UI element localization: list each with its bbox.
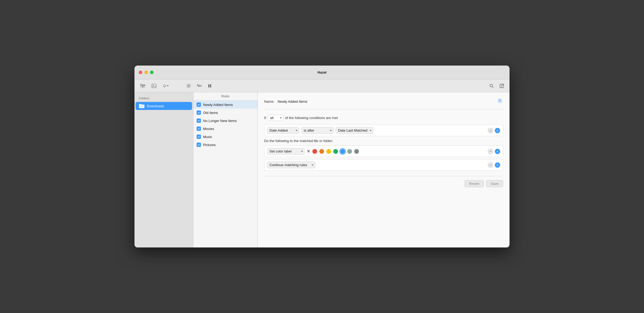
emoji-dropdown-button[interactable]: ☺ bbox=[161, 82, 170, 89]
revert-button[interactable]: Revert bbox=[465, 180, 484, 187]
add-continue-action-button[interactable]: + bbox=[495, 162, 500, 168]
titlebar: Hazel bbox=[134, 66, 510, 79]
conditions-suffix: of the following conditions are met bbox=[285, 116, 338, 120]
rule-item-newly-added[interactable]: Newly Added Items bbox=[193, 101, 257, 109]
maximize-button[interactable] bbox=[150, 71, 153, 74]
folder-icon bbox=[139, 104, 145, 108]
app-window: Hazel ☺ bbox=[134, 66, 510, 247]
toolbar: ☺ bbox=[134, 79, 510, 92]
color-green-dot[interactable] bbox=[333, 149, 338, 154]
condition-block: Date Added Date Modified Name Extension … bbox=[264, 125, 503, 136]
rule-item-pictures[interactable]: Pictures bbox=[193, 141, 257, 149]
detail-panel: Name: If all any none of the following bbox=[258, 92, 510, 247]
add-color-action-button[interactable]: + bbox=[495, 149, 500, 154]
rules-panel: Rules Newly Added Items Old Items bbox=[193, 92, 258, 247]
search-button[interactable] bbox=[488, 82, 495, 89]
svg-rect-4 bbox=[210, 84, 211, 87]
pause-button[interactable] bbox=[206, 82, 213, 89]
color-red-dot[interactable] bbox=[312, 149, 317, 154]
rule-item-movies[interactable]: Movies bbox=[193, 125, 257, 133]
color-action-btn-row: − + bbox=[488, 149, 500, 154]
rule-label-newly-added: Newly Added Items bbox=[203, 103, 233, 107]
conditions-prefix: If bbox=[264, 116, 266, 120]
action-block-continue: Continue matching rules Stop processing … bbox=[264, 159, 503, 171]
rule-checkbox-old-items[interactable] bbox=[197, 110, 201, 115]
add-folder-button[interactable] bbox=[139, 82, 147, 90]
continue-action-btn-row: − + bbox=[488, 162, 500, 168]
name-row: Name: bbox=[264, 98, 503, 109]
color-blue-dot[interactable] bbox=[340, 149, 345, 154]
activity-button[interactable] bbox=[196, 82, 203, 90]
rule-label-music: Music bbox=[203, 135, 212, 139]
remove-continue-action-button[interactable]: − bbox=[488, 162, 493, 168]
color-yellow-dot[interactable] bbox=[326, 149, 331, 154]
conditions-row: If all any none of the following conditi… bbox=[264, 115, 503, 121]
actions-label: Do the following to the matched file or … bbox=[264, 139, 503, 143]
rule-checkbox-no-longer-new[interactable] bbox=[197, 119, 201, 123]
sidebar: Folders Downloads bbox=[134, 92, 193, 247]
color-orange-dot[interactable] bbox=[319, 149, 324, 154]
traffic-lights bbox=[139, 71, 153, 74]
svg-rect-3 bbox=[208, 84, 209, 87]
sidebar-item-label: Downloads bbox=[147, 104, 164, 108]
remove-condition-button[interactable]: − bbox=[488, 128, 493, 133]
save-button[interactable]: Save bbox=[486, 180, 503, 187]
add-condition-button[interactable]: + bbox=[495, 128, 500, 133]
condition-value-select[interactable]: Date Last Matched Today Yesterday bbox=[336, 127, 373, 134]
window-title: Hazel bbox=[317, 70, 327, 74]
svg-rect-8 bbox=[498, 99, 502, 103]
condition-operator-select[interactable]: is after is before is bbox=[301, 127, 334, 134]
close-button[interactable] bbox=[139, 71, 142, 74]
condition-btn-row: − + bbox=[488, 128, 500, 133]
sidebar-item-downloads[interactable]: Downloads bbox=[136, 102, 192, 110]
minimize-button[interactable] bbox=[144, 71, 148, 74]
conditions-operator-select[interactable]: all any none bbox=[268, 115, 283, 121]
action-block-color: Set color label Move Copy Rename Delete … bbox=[264, 146, 503, 157]
rules-header: Rules bbox=[193, 92, 257, 101]
color-darkgray-dot[interactable] bbox=[354, 149, 359, 154]
name-input[interactable] bbox=[278, 100, 493, 104]
rule-checkbox-movies[interactable] bbox=[197, 127, 201, 131]
rule-item-music[interactable]: Music bbox=[193, 133, 257, 141]
color-gray-dot[interactable] bbox=[347, 149, 352, 154]
remove-color-action-button[interactable]: − bbox=[488, 149, 493, 154]
export-button[interactable] bbox=[498, 82, 505, 89]
sidebar-header: Folders bbox=[134, 96, 193, 102]
name-note-button[interactable] bbox=[497, 98, 503, 105]
main-content: Folders Downloads Rules bbox=[134, 92, 510, 247]
rule-label-old-items: Old Items bbox=[203, 111, 218, 115]
svg-point-2 bbox=[188, 85, 189, 87]
rule-checkbox-music[interactable] bbox=[197, 135, 201, 139]
name-label: Name: bbox=[264, 100, 274, 104]
rule-label-pictures: Pictures bbox=[203, 143, 216, 147]
rule-item-old-items[interactable]: Old Items bbox=[193, 109, 257, 117]
condition-field-select[interactable]: Date Added Date Modified Name Extension … bbox=[267, 127, 299, 134]
footer-row: Revert Save bbox=[264, 176, 503, 187]
rule-item-no-longer-new[interactable]: No Longer New Items bbox=[193, 117, 257, 125]
rule-label-no-longer-new: No Longer New Items bbox=[203, 119, 237, 123]
action-type-select[interactable]: Set color label Move Copy Rename Delete bbox=[267, 148, 305, 155]
settings-button[interactable] bbox=[185, 82, 192, 90]
rule-checkbox-pictures[interactable] bbox=[197, 143, 201, 147]
continue-action-select[interactable]: Continue matching rules Stop processing … bbox=[267, 162, 315, 168]
svg-point-5 bbox=[490, 84, 493, 87]
svg-rect-6 bbox=[500, 84, 504, 88]
rule-checkbox-newly-added[interactable] bbox=[197, 102, 201, 107]
scripts-button[interactable] bbox=[150, 82, 158, 90]
color-none-button[interactable]: ✕ bbox=[307, 149, 310, 154]
rule-label-movies: Movies bbox=[203, 127, 214, 131]
svg-rect-1 bbox=[152, 84, 156, 88]
